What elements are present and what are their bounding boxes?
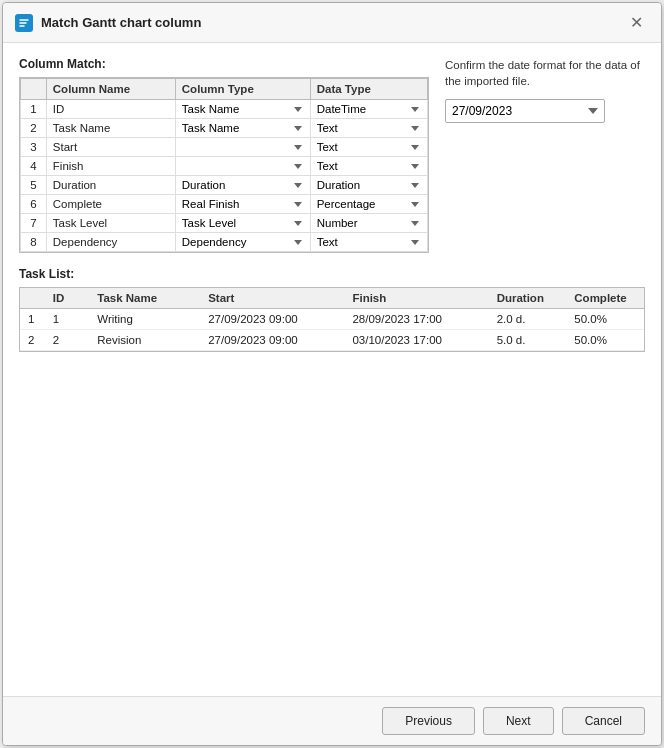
col-type-select[interactable]: Task NameDurationReal FinishTask LevelDe… [182,179,304,191]
task-start: 27/09/2023 09:00 [200,309,344,330]
top-area: Column Match: Column Name Column Type Da… [19,57,645,253]
col-dtype-select[interactable]: DateTimeTextDurationPercentageNumber [317,236,421,248]
col-type-cell[interactable]: Task NameDurationReal FinishTask LevelDe… [175,195,310,214]
col-dtype-select[interactable]: DateTimeTextDurationPercentageNumber [317,217,421,229]
content-area: Column Match: Column Name Column Type Da… [3,43,661,696]
task-finish: 28/09/2023 17:00 [344,309,488,330]
date-format-label: Confirm the date format for the data of … [445,57,645,89]
col-type-select[interactable]: Task NameDurationReal FinishTask LevelDe… [182,198,304,210]
col-name: Dependency [46,233,175,252]
table-row: 5DurationTask NameDurationReal FinishTas… [21,176,428,195]
col-header-name: Column Name [46,79,175,100]
row-num: 8 [21,233,47,252]
row-num: 4 [21,157,47,176]
col-type-select[interactable]: Task NameDurationReal FinishTask LevelDe… [182,236,304,248]
col-type-select[interactable]: Task NameDurationReal FinishTask LevelDe… [182,103,304,115]
column-match-section: Column Match: Column Name Column Type Da… [19,57,429,253]
col-header-num [21,79,47,100]
row-num: 7 [21,214,47,233]
col-name: Start [46,138,175,157]
col-type-select[interactable]: Task NameDurationReal FinishTask LevelDe… [182,141,304,153]
task-complete: 50.0% [566,330,644,351]
task-start: 27/09/2023 09:00 [200,330,344,351]
task-list-section: Task List: ID Task Name Start Finish Dur… [19,267,645,352]
task-duration: 2.0 d. [489,309,567,330]
row-num: 1 [21,100,47,119]
task-complete: 50.0% [566,309,644,330]
task-header-finish: Finish [344,288,488,309]
task-finish: 03/10/2023 17:00 [344,330,488,351]
table-row: 7Task LevelTask NameDurationReal FinishT… [21,214,428,233]
app-icon [15,14,33,32]
col-dtype-cell[interactable]: DateTimeTextDurationPercentageNumber [310,157,427,176]
row-num: 6 [21,195,47,214]
col-name: Task Level [46,214,175,233]
table-row: 6CompleteTask NameDurationReal FinishTas… [21,195,428,214]
table-row: 8DependencyTask NameDurationReal FinishT… [21,233,428,252]
task-header-id: ID [45,288,89,309]
col-type-cell[interactable]: Task NameDurationReal FinishTask LevelDe… [175,157,310,176]
task-header-complete: Complete [566,288,644,309]
col-name: Complete [46,195,175,214]
col-name: ID [46,100,175,119]
col-dtype-select[interactable]: DateTimeTextDurationPercentageNumber [317,141,421,153]
col-dtype-select[interactable]: DateTimeTextDurationPercentageNumber [317,122,421,134]
task-id: 1 [45,309,89,330]
cancel-button[interactable]: Cancel [562,707,645,735]
col-dtype-cell[interactable]: DateTimeTextDurationPercentageNumber [310,119,427,138]
table-row: 2Task NameTask NameDurationReal FinishTa… [21,119,428,138]
dialog-title: Match Gantt chart column [41,15,624,30]
column-match-label: Column Match: [19,57,429,71]
row-num: 3 [21,138,47,157]
col-dtype-cell[interactable]: DateTimeTextDurationPercentageNumber [310,100,427,119]
col-dtype-cell[interactable]: DateTimeTextDurationPercentageNumber [310,233,427,252]
table-row: 3StartTask NameDurationReal FinishTask L… [21,138,428,157]
col-dtype-select[interactable]: DateTimeTextDurationPercentageNumber [317,198,421,210]
col-type-cell[interactable]: Task NameDurationReal FinishTask LevelDe… [175,119,310,138]
task-name: Writing [89,309,200,330]
next-button[interactable]: Next [483,707,554,735]
col-type-cell[interactable]: Task NameDurationReal FinishTask LevelDe… [175,214,310,233]
col-type-cell[interactable]: Task NameDurationReal FinishTask LevelDe… [175,176,310,195]
col-name: Task Name [46,119,175,138]
task-row-num: 1 [20,309,45,330]
table-row: 11Writing27/09/2023 09:0028/09/2023 17:0… [20,309,644,330]
date-format-select[interactable]: 27/09/2023 09/27/2023 2023/09/27 [445,99,605,123]
previous-button[interactable]: Previous [382,707,475,735]
title-bar: Match Gantt chart column ✕ [3,3,661,43]
col-type-cell[interactable]: Task NameDurationReal FinishTask LevelDe… [175,100,310,119]
table-row: 1IDTask NameDurationReal FinishTask Leve… [21,100,428,119]
task-row-num: 2 [20,330,45,351]
footer: Previous Next Cancel [3,696,661,745]
task-id: 2 [45,330,89,351]
col-dtype-cell[interactable]: DateTimeTextDurationPercentageNumber [310,176,427,195]
col-dtype-cell[interactable]: DateTimeTextDurationPercentageNumber [310,195,427,214]
dialog: Match Gantt chart column ✕ Column Match:… [2,2,662,746]
column-match-table-wrapper: Column Name Column Type Data Type 1IDTas… [19,77,429,253]
task-header-start: Start [200,288,344,309]
col-type-select[interactable]: Task NameDurationReal FinishTask LevelDe… [182,217,304,229]
column-match-table: Column Name Column Type Data Type 1IDTas… [20,78,428,252]
col-type-select[interactable]: Task NameDurationReal FinishTask LevelDe… [182,160,304,172]
task-list-table-wrapper: ID Task Name Start Finish Duration Compl… [19,287,645,352]
col-dtype-cell[interactable]: DateTimeTextDurationPercentageNumber [310,138,427,157]
col-type-cell[interactable]: Task NameDurationReal FinishTask LevelDe… [175,138,310,157]
task-list-label: Task List: [19,267,645,281]
col-header-dtype: Data Type [310,79,427,100]
date-format-section: Confirm the date format for the data of … [445,57,645,253]
col-header-type: Column Type [175,79,310,100]
col-dtype-select[interactable]: DateTimeTextDurationPercentageNumber [317,179,421,191]
row-num: 2 [21,119,47,138]
table-row: 4FinishTask NameDurationReal FinishTask … [21,157,428,176]
table-row: 22Revision27/09/2023 09:0003/10/2023 17:… [20,330,644,351]
col-type-cell[interactable]: Task NameDurationReal FinishTask LevelDe… [175,233,310,252]
close-button[interactable]: ✕ [624,11,649,34]
col-name: Finish [46,157,175,176]
col-dtype-cell[interactable]: DateTimeTextDurationPercentageNumber [310,214,427,233]
task-name: Revision [89,330,200,351]
col-dtype-select[interactable]: DateTimeTextDurationPercentageNumber [317,160,421,172]
col-name: Duration [46,176,175,195]
task-header-num [20,288,45,309]
col-dtype-select[interactable]: DateTimeTextDurationPercentageNumber [317,103,421,115]
col-type-select[interactable]: Task NameDurationReal FinishTask LevelDe… [182,122,304,134]
